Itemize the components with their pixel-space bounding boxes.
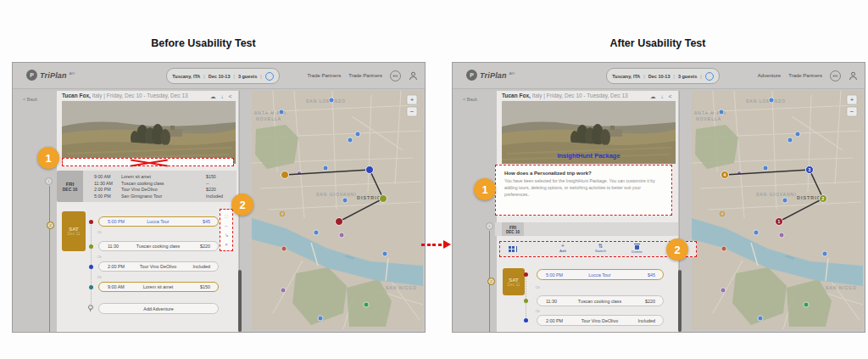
nav-link-2[interactable]: Trade Partners	[788, 73, 822, 78]
nav-link-2[interactable]: Trade Partners	[348, 73, 382, 78]
route-number-red: 1	[778, 219, 781, 224]
before-after-arrow	[421, 240, 452, 249]
trip-guests: 3 guests	[678, 74, 697, 79]
day-tab-sat[interactable]: SATDec 11	[62, 211, 86, 251]
timeline-step-2: 2	[47, 222, 54, 229]
day-tab-sat[interactable]: SATDec 11	[503, 268, 525, 295]
schedule-row: 11:30 AMTuscan cooking class--	[83, 181, 236, 186]
walk-icon[interactable]: □›	[97, 274, 102, 279]
trip-dates: Dec 10-13	[209, 74, 231, 79]
add-button[interactable]: + Add	[559, 244, 566, 253]
logo-text: TriPlan	[480, 71, 507, 80]
trip-map[interactable]	[252, 91, 423, 329]
logo-suffix: AI®	[509, 71, 515, 76]
stop-dot-blue	[89, 265, 93, 269]
trip-guests: 3 guests	[238, 74, 257, 79]
logo-text: TriPlan	[40, 71, 67, 80]
trip-summary-pill[interactable]: Tuscany, ITA| Dec 10-13| 3 guests|	[606, 68, 720, 84]
stop-dot-teal	[89, 285, 93, 289]
schedule-row: 9:00 AMLorem sit amet$150	[83, 174, 236, 179]
app-header: P TriPlan AI® Tuscany, ITA| Dec 10-13| 3…	[453, 63, 865, 89]
move-arrow-icon[interactable]: ↘	[224, 232, 228, 238]
scrollbar-thumb[interactable]	[678, 270, 682, 332]
header-nav: Trade Partners Trade Partners EN	[307, 63, 418, 88]
itinerary-item[interactable]: 11:30Tuscan cooking class$220	[98, 241, 219, 251]
schedule-row: 5:00 PMSan Gimignano TourIncluded	[83, 194, 236, 199]
grid-icon[interactable]	[509, 246, 517, 252]
download-icon[interactable]: ↓	[221, 93, 224, 100]
itinerary-item[interactable]: 11:30Tuscan cooking class$220	[537, 295, 664, 306]
transit-icon[interactable]: □›	[97, 229, 102, 234]
trash-icon	[635, 245, 639, 250]
share-icon[interactable]: <	[669, 93, 672, 100]
header-nav: Adventure Trade Partners EN	[758, 63, 858, 88]
account-icon[interactable]	[849, 71, 858, 81]
day-fri-schedule: 9:00 AMLorem sit amet$150 11:30 AMTuscan…	[83, 171, 236, 202]
annotation-badge-2: 2	[666, 238, 688, 261]
trip-summary-pill[interactable]: Tuscany, ITA| Dec 10-13| 3 guests|	[166, 68, 280, 84]
annotation-info-card: How does a Personalized trip work? You h…	[495, 165, 672, 216]
day-tab-fri[interactable]: FRIDEC 10	[57, 171, 83, 202]
before-screenshot-panel: P TriPlan AI® Tuscany, ITA| Dec 10-13| 3…	[12, 62, 426, 333]
switch-button[interactable]: ⇅ Switch	[595, 244, 606, 253]
route-number-orange: 4	[724, 172, 726, 177]
language-badge[interactable]: EN	[830, 70, 841, 81]
back-link[interactable]: < Back	[23, 97, 37, 102]
search-icon[interactable]	[705, 72, 714, 81]
stop-dot-red	[524, 272, 528, 277]
stop-dot-blue	[524, 318, 528, 323]
trip-title: Tucan Fox, Italy | Friday, Dec 10 - Tues…	[62, 93, 188, 98]
timeline-step-1: 1	[486, 222, 493, 230]
schedule-row: 2:00 PMTour Vino DeOlivo$220	[83, 187, 236, 192]
close-icon[interactable]: ×	[225, 242, 228, 247]
triplan-logo-icon: P	[466, 70, 477, 81]
annotation-badge-1: 1	[474, 178, 496, 200]
route-number-olive: 2	[822, 196, 825, 201]
stop-dot-green	[89, 244, 93, 249]
app-logo[interactable]: P TriPlan AI®	[26, 70, 75, 81]
trip-photo	[62, 101, 236, 164]
timeline-step-2: 2	[487, 278, 495, 285]
itinerary-item[interactable]: 2:00 PMTour Vino DeOlivoIncluded	[98, 261, 219, 272]
stop-dot-red	[89, 220, 93, 224]
before-section-title: Before Usability Test	[12, 37, 395, 49]
logo-suffix: AI®	[70, 71, 75, 76]
download-icon[interactable]: ↓	[661, 93, 664, 100]
app-logo[interactable]: P TriPlan AI®	[466, 70, 515, 81]
transit-icon[interactable]: □›	[97, 254, 102, 259]
info-heading: How does a Personalized trip work?	[504, 171, 663, 176]
itinerary-item[interactable]: 5:00 PMLucca Tour$45	[98, 216, 219, 227]
scrollbar-thumb[interactable]	[238, 270, 242, 332]
triplan-logo-icon: P	[26, 70, 37, 81]
back-link[interactable]: < Back	[463, 97, 477, 102]
minus-icon[interactable]: –	[225, 223, 227, 228]
itinerary-item[interactable]: 9:00 AMLorem sit amet$150	[98, 282, 219, 292]
annotation-deleted-strip	[62, 158, 234, 166]
nav-link-1[interactable]: Trade Partners	[307, 73, 341, 78]
info-body: You have been selected for the InsightHu…	[504, 178, 663, 198]
weather-icon[interactable]: ☁	[210, 93, 216, 100]
delete-button[interactable]: Delete	[632, 244, 643, 254]
stop-dot-green	[524, 299, 528, 303]
itinerary-item[interactable]: 5:00 PMLucca Tour$45	[537, 269, 664, 280]
trip-dates: Dec 10-13	[648, 74, 670, 79]
add-adventure-button[interactable]: Add Adventure	[98, 303, 219, 314]
day-tab-fri[interactable]: FRIDEC 10	[502, 222, 524, 236]
grid-icon[interactable]: ∷	[225, 213, 228, 219]
transit-icon[interactable]: □›	[536, 284, 540, 289]
account-icon[interactable]	[409, 71, 418, 81]
transit-icon[interactable]: □›	[536, 308, 540, 313]
nav-link-1[interactable]: Adventure	[758, 73, 781, 78]
weather-icon[interactable]: ☁	[650, 93, 656, 100]
share-icon[interactable]: <	[229, 93, 232, 100]
package-label: InsightHunt Package	[502, 152, 676, 160]
itinerary-item[interactable]: 2:00 PMTour Vino DeOlivoIncluded	[537, 315, 664, 326]
annotation-badge-2: 2	[231, 194, 253, 216]
trip-map[interactable]: 4 3 2 1	[692, 91, 863, 329]
trip-title: Tucan Fox, Italy | Friday, Dec 10 - Tues…	[502, 93, 628, 98]
search-icon[interactable]	[265, 72, 274, 81]
trip-location: Tuscany, ITA	[172, 74, 200, 79]
language-badge[interactable]: EN	[390, 70, 401, 81]
annotation-badge-1: 1	[37, 147, 59, 169]
trip-location: Tuscany, ITA	[612, 74, 640, 79]
